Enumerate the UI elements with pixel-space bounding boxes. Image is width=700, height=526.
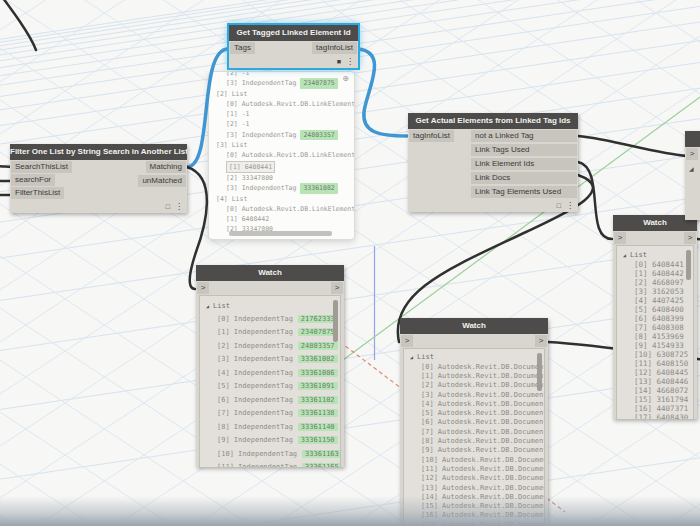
dynamo-canvas[interactable]: [2] -1[3] IndependentTag23407875[2] List… <box>0 0 700 526</box>
list-item: [6] 6408399 <box>617 314 693 323</box>
watch-output-port[interactable]: > <box>535 335 547 347</box>
port-tags[interactable]: Tags <box>230 42 255 54</box>
list-item: [3] Autodesk.Revit.DB.Document <box>404 390 544 399</box>
port-filterthislist[interactable]: FilterThisList <box>11 187 64 199</box>
bubble-line: [3] IndependentTag33361082 <box>209 183 354 193</box>
watch-output-port[interactable]: > <box>684 232 696 244</box>
list-item: [7] 6408308 <box>617 323 693 332</box>
node-watch-docs[interactable]: Watch > > ◢List[0] Autodesk.Revit.DB.Doc… <box>400 318 548 526</box>
node-header-get-actual[interactable]: Get Actual Elements from Linked Tag Ids <box>408 113 578 129</box>
node-header-get-tagged[interactable]: Get Tagged Linked Element Id <box>229 25 358 41</box>
node-watch-ids[interactable]: Watch > > ◢List[0] 6408441[1] 6408442[2]… <box>613 215 697 419</box>
wire-offscreen-corner <box>0 0 36 50</box>
list-item: [10] 6308725 <box>617 350 693 359</box>
port-taginfolist[interactable]: tagInfoList <box>312 42 357 54</box>
expander-icon[interactable]: ◢ <box>410 354 413 360</box>
edge-node-input-port[interactable]: > <box>686 148 698 160</box>
node-header-watch[interactable]: Watch <box>196 265 344 281</box>
list-item: [13] Autodesk.Revit.DB.Document <box>404 483 544 492</box>
list-item: [0] IndependentTag21762333 <box>200 312 340 326</box>
preview-toggle-icon[interactable]: ■ <box>337 57 341 67</box>
preview-bubble[interactable]: [2] -1[3] IndependentTag23407875[2] List… <box>208 71 355 240</box>
pin-icon[interactable]: ⊕ <box>342 75 349 83</box>
node-edge-partial[interactable]: > ◢ <box>685 131 700 220</box>
watch-input-port[interactable]: > <box>401 335 413 347</box>
watch-input-port[interactable]: > <box>197 282 209 294</box>
value-chip: 23407875 <box>298 328 338 336</box>
node-header-filter[interactable]: Filter One List by String Search in Anot… <box>10 144 187 160</box>
list-item: [12] Autodesk.Revit.DB.Document <box>404 474 544 483</box>
bubble-line: [0] Autodesk.Revit.DB.LinkElementId <box>209 204 354 214</box>
list-item: [8] IndependentTag33361140 <box>200 420 340 434</box>
list-item: [12] 6408445 <box>617 368 693 377</box>
watch-list-panel[interactable]: ◢List[0] 6408441[1] 6408442[2] 4668097[3… <box>616 245 694 420</box>
bubble-line: [0] Autodesk.Revit.DB.LinkElementId <box>209 150 354 160</box>
node-get-tagged-linked-element-id[interactable]: Get Tagged Linked Element Id Tags tagInf… <box>229 25 358 68</box>
port-searchthislist[interactable]: SearchThisList <box>11 161 72 173</box>
list-item: [1] Autodesk.Revit.DB.Document <box>404 371 544 380</box>
value-chip: 33361082 <box>300 183 337 193</box>
value-chip: 33361140 <box>298 423 338 431</box>
filter-inputs: SearchThisListsearchForFilterThisList <box>10 160 73 200</box>
get-actual-inputs: tagInfoList <box>408 129 455 199</box>
list-item: [5] IndependentTag33361091 <box>200 380 340 394</box>
port-not-a-linked-tag[interactable]: not a Linked Tag <box>471 130 577 142</box>
list-item: [1] 6408442 <box>617 269 693 278</box>
node-filter-one-list[interactable]: Filter One List by String Search in Anot… <box>10 144 187 213</box>
bubble-line: [2] -1 <box>209 119 354 129</box>
preview-toggle-icon[interactable]: □ <box>557 201 561 211</box>
watch-list-panel[interactable]: ◢List[0] Autodesk.Revit.DB.Document[1] A… <box>403 348 545 526</box>
expander-icon[interactable]: ◢ <box>206 303 209 309</box>
watch-list-panel[interactable]: ◢List[0] IndependentTag21762333[1] Indep… <box>199 295 341 468</box>
node-watch-tags[interactable]: Watch > > ◢List[0] IndependentTag2176233… <box>196 265 344 467</box>
list-item: [7] Autodesk.Revit.DB.Document <box>404 427 544 436</box>
node-menu-icon[interactable]: ⋮ <box>566 201 574 211</box>
list-root-label: List <box>417 353 434 361</box>
list-item: [6] Autodesk.Revit.DB.Document <box>404 418 544 427</box>
port-link-element-ids[interactable]: Link Element Ids <box>471 158 577 170</box>
list-item: [0] Autodesk.Revit.DB.Document <box>404 362 544 371</box>
list-item: [11] 6408150 <box>617 359 693 368</box>
watch-input-port[interactable]: > <box>614 232 626 244</box>
canvas-bottom-gradient <box>0 496 700 526</box>
node-header-watch[interactable]: Watch <box>400 318 548 334</box>
port-matching[interactable]: Matching <box>146 161 186 173</box>
list-item: [13] 6408446 <box>617 377 693 386</box>
watch-scrollbar[interactable] <box>686 250 691 280</box>
watch-scrollbar[interactable] <box>333 300 338 342</box>
expander-icon[interactable]: ◢ <box>623 252 626 258</box>
list-item: [14] Autodesk.Revit.DB.Document <box>404 492 544 501</box>
wire-taginfolist-to-taginfolist <box>358 49 407 136</box>
bubble-line: [2] -1 <box>209 71 354 78</box>
list-item: [9] Autodesk.Revit.DB.Document <box>404 446 544 455</box>
list-item: [10] Autodesk.Revit.DB.Document <box>404 455 544 464</box>
list-item: [8] 4153969 <box>617 332 693 341</box>
node-menu-icon[interactable]: ⋮ <box>346 57 354 67</box>
preview-toggle-icon[interactable]: □ <box>166 202 170 212</box>
list-item: [11] Autodesk.Revit.DB.Document <box>404 464 544 473</box>
bubble-horizontal-scrollbar[interactable] <box>229 231 332 236</box>
port-unmatched[interactable]: unMatched <box>138 175 186 187</box>
node-get-actual-elements[interactable]: Get Actual Elements from Linked Tag Ids … <box>408 113 578 212</box>
watch-scrollbar[interactable] <box>537 353 542 391</box>
port-taginfolist[interactable]: tagInfoList <box>409 130 454 142</box>
port-searchfor[interactable]: searchFor <box>11 174 55 186</box>
port-link-tag-elements-used[interactable]: Link Tag Elements Used <box>471 186 577 198</box>
watch-output-port[interactable]: > <box>331 282 343 294</box>
list-root[interactable]: ◢List <box>617 249 693 260</box>
node-header-edge[interactable] <box>685 131 700 147</box>
expander-icon[interactable]: ◢ <box>685 161 700 172</box>
list-item: [4] 4407425 <box>617 296 693 305</box>
value-chip: 33361082 <box>298 355 338 363</box>
get-tagged-outputs: tagInfoList <box>311 41 358 55</box>
node-menu-icon[interactable]: ⋮ <box>175 202 183 212</box>
wire-notalinkedtag-to-edge-node <box>578 136 688 156</box>
bubble-line: [3] IndependentTag23407875 <box>209 78 354 88</box>
port-link-tags-used[interactable]: Link Tags Used <box>471 144 577 156</box>
bubble-line: [2] List <box>209 89 354 99</box>
value-chip: 33361091 <box>298 382 338 390</box>
port-link-docs[interactable]: Link Docs <box>471 172 577 184</box>
get-tagged-inputs: Tags <box>229 41 256 55</box>
list-root[interactable]: ◢List <box>404 352 544 362</box>
list-root[interactable]: ◢List <box>200 299 340 312</box>
